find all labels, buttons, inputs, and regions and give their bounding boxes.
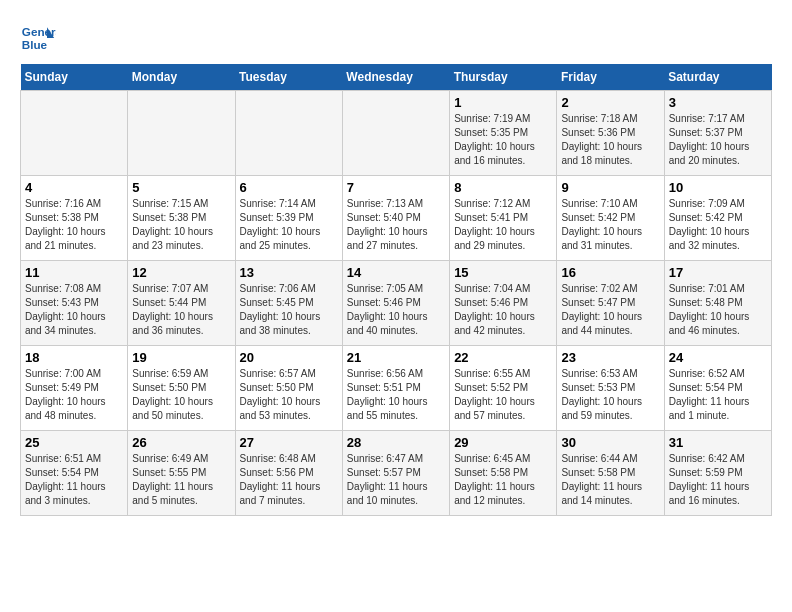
calendar-cell: 9Sunrise: 7:10 AM Sunset: 5:42 PM Daylig… (557, 176, 664, 261)
calendar-body: 1Sunrise: 7:19 AM Sunset: 5:35 PM Daylig… (21, 91, 772, 516)
calendar-cell: 3Sunrise: 7:17 AM Sunset: 5:37 PM Daylig… (664, 91, 771, 176)
day-number: 17 (669, 265, 767, 280)
day-info: Sunrise: 7:18 AM Sunset: 5:36 PM Dayligh… (561, 112, 659, 168)
day-info: Sunrise: 6:57 AM Sunset: 5:50 PM Dayligh… (240, 367, 338, 423)
calendar-cell: 19Sunrise: 6:59 AM Sunset: 5:50 PM Dayli… (128, 346, 235, 431)
day-number: 20 (240, 350, 338, 365)
day-number: 22 (454, 350, 552, 365)
day-info: Sunrise: 6:52 AM Sunset: 5:54 PM Dayligh… (669, 367, 767, 423)
day-number: 15 (454, 265, 552, 280)
day-number: 5 (132, 180, 230, 195)
calendar-week-2: 4Sunrise: 7:16 AM Sunset: 5:38 PM Daylig… (21, 176, 772, 261)
calendar-cell: 28Sunrise: 6:47 AM Sunset: 5:57 PM Dayli… (342, 431, 449, 516)
calendar-cell: 10Sunrise: 7:09 AM Sunset: 5:42 PM Dayli… (664, 176, 771, 261)
day-info: Sunrise: 6:44 AM Sunset: 5:58 PM Dayligh… (561, 452, 659, 508)
day-info: Sunrise: 6:45 AM Sunset: 5:58 PM Dayligh… (454, 452, 552, 508)
day-info: Sunrise: 7:17 AM Sunset: 5:37 PM Dayligh… (669, 112, 767, 168)
day-number: 13 (240, 265, 338, 280)
day-info: Sunrise: 6:47 AM Sunset: 5:57 PM Dayligh… (347, 452, 445, 508)
day-number: 14 (347, 265, 445, 280)
calendar-cell: 18Sunrise: 7:00 AM Sunset: 5:49 PM Dayli… (21, 346, 128, 431)
day-info: Sunrise: 6:56 AM Sunset: 5:51 PM Dayligh… (347, 367, 445, 423)
header-day-friday: Friday (557, 64, 664, 91)
calendar-cell (342, 91, 449, 176)
day-info: Sunrise: 6:48 AM Sunset: 5:56 PM Dayligh… (240, 452, 338, 508)
day-info: Sunrise: 7:13 AM Sunset: 5:40 PM Dayligh… (347, 197, 445, 253)
day-number: 1 (454, 95, 552, 110)
day-info: Sunrise: 7:09 AM Sunset: 5:42 PM Dayligh… (669, 197, 767, 253)
calendar-cell: 15Sunrise: 7:04 AM Sunset: 5:46 PM Dayli… (450, 261, 557, 346)
day-info: Sunrise: 7:07 AM Sunset: 5:44 PM Dayligh… (132, 282, 230, 338)
calendar-week-5: 25Sunrise: 6:51 AM Sunset: 5:54 PM Dayli… (21, 431, 772, 516)
header-day-tuesday: Tuesday (235, 64, 342, 91)
day-info: Sunrise: 7:04 AM Sunset: 5:46 PM Dayligh… (454, 282, 552, 338)
day-info: Sunrise: 7:16 AM Sunset: 5:38 PM Dayligh… (25, 197, 123, 253)
calendar-cell: 12Sunrise: 7:07 AM Sunset: 5:44 PM Dayli… (128, 261, 235, 346)
header-row: SundayMondayTuesdayWednesdayThursdayFrid… (21, 64, 772, 91)
calendar-cell: 14Sunrise: 7:05 AM Sunset: 5:46 PM Dayli… (342, 261, 449, 346)
calendar-table: SundayMondayTuesdayWednesdayThursdayFrid… (20, 64, 772, 516)
header-day-wednesday: Wednesday (342, 64, 449, 91)
day-number: 24 (669, 350, 767, 365)
day-number: 11 (25, 265, 123, 280)
calendar-cell: 7Sunrise: 7:13 AM Sunset: 5:40 PM Daylig… (342, 176, 449, 261)
day-info: Sunrise: 7:06 AM Sunset: 5:45 PM Dayligh… (240, 282, 338, 338)
day-info: Sunrise: 7:08 AM Sunset: 5:43 PM Dayligh… (25, 282, 123, 338)
calendar-week-3: 11Sunrise: 7:08 AM Sunset: 5:43 PM Dayli… (21, 261, 772, 346)
day-number: 21 (347, 350, 445, 365)
day-info: Sunrise: 7:01 AM Sunset: 5:48 PM Dayligh… (669, 282, 767, 338)
day-number: 3 (669, 95, 767, 110)
day-number: 10 (669, 180, 767, 195)
calendar-cell: 23Sunrise: 6:53 AM Sunset: 5:53 PM Dayli… (557, 346, 664, 431)
header-day-saturday: Saturday (664, 64, 771, 91)
day-number: 7 (347, 180, 445, 195)
calendar-cell: 6Sunrise: 7:14 AM Sunset: 5:39 PM Daylig… (235, 176, 342, 261)
logo: General Blue (20, 20, 56, 56)
calendar-week-4: 18Sunrise: 7:00 AM Sunset: 5:49 PM Dayli… (21, 346, 772, 431)
svg-text:Blue: Blue (22, 38, 48, 51)
day-number: 30 (561, 435, 659, 450)
calendar-cell: 29Sunrise: 6:45 AM Sunset: 5:58 PM Dayli… (450, 431, 557, 516)
day-number: 31 (669, 435, 767, 450)
day-info: Sunrise: 6:55 AM Sunset: 5:52 PM Dayligh… (454, 367, 552, 423)
calendar-cell: 17Sunrise: 7:01 AM Sunset: 5:48 PM Dayli… (664, 261, 771, 346)
day-number: 23 (561, 350, 659, 365)
calendar-cell (128, 91, 235, 176)
day-number: 16 (561, 265, 659, 280)
calendar-cell: 24Sunrise: 6:52 AM Sunset: 5:54 PM Dayli… (664, 346, 771, 431)
day-info: Sunrise: 7:14 AM Sunset: 5:39 PM Dayligh… (240, 197, 338, 253)
day-info: Sunrise: 7:10 AM Sunset: 5:42 PM Dayligh… (561, 197, 659, 253)
calendar-cell: 13Sunrise: 7:06 AM Sunset: 5:45 PM Dayli… (235, 261, 342, 346)
day-number: 26 (132, 435, 230, 450)
calendar-header: SundayMondayTuesdayWednesdayThursdayFrid… (21, 64, 772, 91)
calendar-cell: 30Sunrise: 6:44 AM Sunset: 5:58 PM Dayli… (557, 431, 664, 516)
day-info: Sunrise: 6:49 AM Sunset: 5:55 PM Dayligh… (132, 452, 230, 508)
day-info: Sunrise: 7:02 AM Sunset: 5:47 PM Dayligh… (561, 282, 659, 338)
calendar-cell: 27Sunrise: 6:48 AM Sunset: 5:56 PM Dayli… (235, 431, 342, 516)
calendar-cell: 21Sunrise: 6:56 AM Sunset: 5:51 PM Dayli… (342, 346, 449, 431)
day-info: Sunrise: 7:19 AM Sunset: 5:35 PM Dayligh… (454, 112, 552, 168)
calendar-cell: 22Sunrise: 6:55 AM Sunset: 5:52 PM Dayli… (450, 346, 557, 431)
day-number: 8 (454, 180, 552, 195)
day-number: 4 (25, 180, 123, 195)
calendar-cell: 2Sunrise: 7:18 AM Sunset: 5:36 PM Daylig… (557, 91, 664, 176)
day-number: 28 (347, 435, 445, 450)
calendar-cell (235, 91, 342, 176)
day-info: Sunrise: 7:15 AM Sunset: 5:38 PM Dayligh… (132, 197, 230, 253)
day-info: Sunrise: 7:12 AM Sunset: 5:41 PM Dayligh… (454, 197, 552, 253)
day-number: 12 (132, 265, 230, 280)
day-info: Sunrise: 7:00 AM Sunset: 5:49 PM Dayligh… (25, 367, 123, 423)
header-day-thursday: Thursday (450, 64, 557, 91)
calendar-week-1: 1Sunrise: 7:19 AM Sunset: 5:35 PM Daylig… (21, 91, 772, 176)
calendar-cell: 20Sunrise: 6:57 AM Sunset: 5:50 PM Dayli… (235, 346, 342, 431)
calendar-cell: 26Sunrise: 6:49 AM Sunset: 5:55 PM Dayli… (128, 431, 235, 516)
header-day-sunday: Sunday (21, 64, 128, 91)
calendar-cell: 5Sunrise: 7:15 AM Sunset: 5:38 PM Daylig… (128, 176, 235, 261)
day-number: 18 (25, 350, 123, 365)
day-number: 6 (240, 180, 338, 195)
calendar-cell: 25Sunrise: 6:51 AM Sunset: 5:54 PM Dayli… (21, 431, 128, 516)
day-number: 27 (240, 435, 338, 450)
top-row: General Blue (20, 20, 772, 56)
header-day-monday: Monday (128, 64, 235, 91)
logo-icon: General Blue (20, 20, 56, 56)
